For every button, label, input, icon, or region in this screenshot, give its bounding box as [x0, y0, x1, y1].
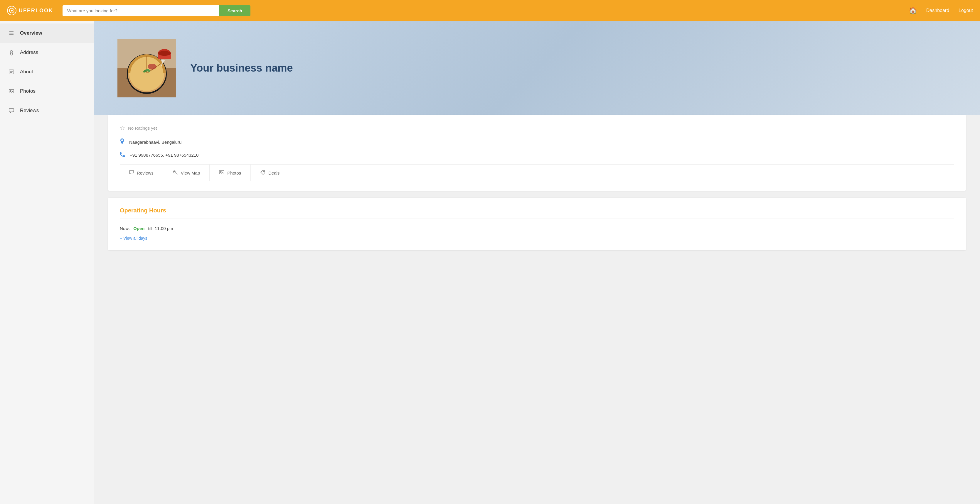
sidebar-item-about-label: About — [20, 69, 33, 75]
deals-btn-icon — [260, 170, 266, 176]
reviews-btn-icon — [129, 170, 134, 176]
sidebar-item-address[interactable]: Address — [0, 43, 94, 62]
reviews-btn-label: Reviews — [137, 170, 154, 176]
phone-row: +91 9988776655, +91 9876543210 — [120, 152, 954, 158]
deals-button[interactable]: Deals — [251, 165, 289, 181]
logo-icon — [7, 6, 16, 15]
sidebar: Overview Address About — [0, 21, 94, 504]
sidebar-item-photos-label: Photos — [20, 88, 35, 94]
business-photo — [118, 39, 176, 97]
content-area: Your business name ☆ No Ratings yet Naag… — [94, 21, 980, 504]
address-row: Naagarabhaavi, Bengaluru — [120, 138, 954, 146]
ratings-row: ☆ No Ratings yet — [120, 124, 954, 132]
hero-section: Your business name — [94, 21, 980, 115]
sidebar-item-about[interactable]: About — [0, 62, 94, 82]
overview-icon — [8, 30, 15, 36]
reviews-icon — [8, 107, 15, 114]
till-text: till, 11:00 pm — [148, 226, 173, 231]
address-text: Naagarabhaavi, Bengaluru — [129, 139, 181, 145]
address-icon — [8, 49, 15, 56]
hours-title: Operating Hours — [120, 207, 954, 219]
svg-point-24 — [158, 51, 171, 56]
hours-now-row: Now: Open till, 11:00 pm — [120, 226, 954, 231]
logo-area: UFERLOOK — [7, 6, 53, 15]
info-card: ☆ No Ratings yet Naagarabhaavi, Bengalur… — [108, 115, 966, 191]
photos-btn-label: Photos — [227, 170, 241, 176]
sidebar-item-reviews-label: Reviews — [20, 108, 39, 114]
map-btn-icon — [173, 170, 178, 176]
sidebar-item-overview-label: Overview — [20, 30, 42, 36]
about-icon — [8, 69, 15, 75]
sidebar-item-address-label: Address — [20, 49, 38, 55]
svg-point-31 — [263, 171, 264, 172]
svg-point-25 — [161, 60, 165, 62]
phone-text: +91 9988776655, +91 9876543210 — [130, 152, 199, 157]
photos-btn-icon — [219, 170, 224, 176]
business-name: Your business name — [190, 62, 293, 74]
logout-link[interactable]: Logout — [959, 8, 973, 13]
now-label: Now: — [120, 226, 130, 231]
search-bar: Search — [62, 5, 250, 16]
sidebar-item-overview[interactable]: Overview — [0, 24, 94, 43]
ratings-text: No Ratings yet — [128, 125, 157, 130]
action-buttons: Reviews View Map — [120, 164, 954, 181]
deals-btn-label: Deals — [268, 170, 280, 176]
svg-point-28 — [173, 171, 175, 172]
dashboard-link[interactable]: Dashboard — [926, 8, 949, 13]
svg-point-1 — [11, 10, 13, 11]
nav-right: 🏠 Dashboard Logout — [909, 7, 973, 14]
photos-button[interactable]: Photos — [210, 165, 251, 181]
search-input[interactable] — [62, 5, 219, 16]
view-map-button[interactable]: View Map — [163, 165, 210, 181]
sidebar-item-reviews[interactable]: Reviews — [0, 101, 94, 120]
view-map-btn-label: View Map — [181, 170, 200, 176]
reviews-button[interactable]: Reviews — [120, 165, 163, 181]
star-icon: ☆ — [120, 124, 125, 132]
svg-point-19 — [148, 63, 156, 70]
photos-icon — [8, 88, 15, 95]
home-icon[interactable]: 🏠 — [909, 7, 917, 14]
open-status-badge: Open — [133, 226, 145, 231]
sidebar-item-photos[interactable]: Photos — [0, 82, 94, 101]
main-layout: Overview Address About — [0, 21, 980, 504]
view-all-days-link[interactable]: + View all days — [120, 236, 147, 241]
top-navigation: UFERLOOK Search 🏠 Dashboard Logout — [0, 0, 980, 21]
search-button[interactable]: Search — [219, 5, 250, 16]
hours-card: Operating Hours Now: Open till, 11:00 pm… — [108, 198, 966, 250]
svg-rect-6 — [9, 70, 14, 74]
phone-icon — [120, 152, 125, 158]
logo-text: UFERLOOK — [19, 8, 53, 14]
map-pin-icon — [120, 138, 124, 146]
svg-point-5 — [10, 51, 13, 53]
